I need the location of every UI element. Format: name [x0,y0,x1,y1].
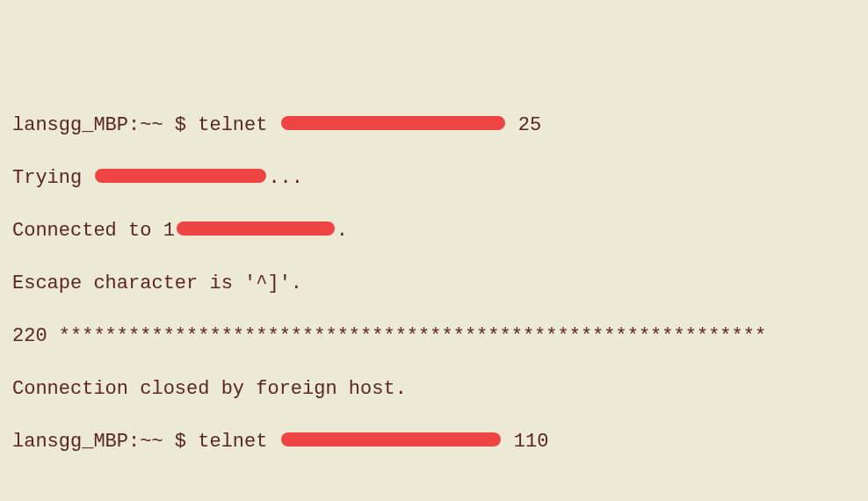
closed-text: Connection closed by foreign host. [12,378,407,400]
trying-text: Trying [12,167,93,189]
terminal-line: Connection closed by foreign host. [12,376,856,403]
terminal-line [12,482,856,501]
redacted-host [281,116,505,130]
prompt-text: lansgg_MBP:~~ $ telnet [12,431,279,453]
redacted-host [281,432,501,447]
terminal-line: lansgg_MBP:~~ $ telnet 110 [12,429,856,455]
terminal-line: 220 ************************************… [12,323,856,350]
escape-text: Escape character is '^]'. [12,272,302,294]
terminal-line: Trying ... [12,165,856,192]
connected-suffix: . [336,220,348,242]
connected-text: Connected to 1 [12,220,175,242]
terminal-line: Escape character is '^]'. [12,271,856,297]
terminal-line: lansgg_MBP:~~ $ telnet 25 [12,113,856,139]
port-text: 110 [503,431,549,453]
trying-suffix: ... [268,167,303,189]
redacted-ip [177,221,335,236]
terminal-line: Connected to 1. [12,218,856,244]
redacted-ip [95,169,266,183]
banner-text: 220 ************************************… [12,325,766,347]
port-text: 25 [507,114,542,136]
prompt-text: lansgg_MBP:~~ $ telnet [12,114,279,136]
